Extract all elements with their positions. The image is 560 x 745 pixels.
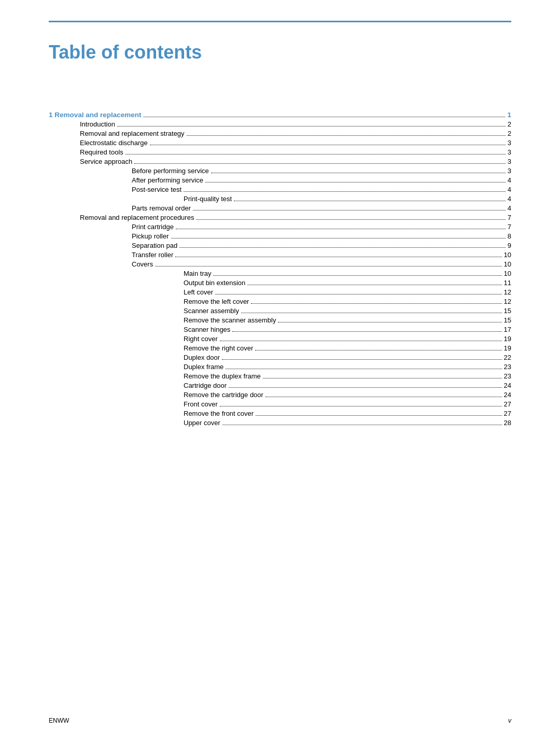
toc-page-number: 27	[504, 410, 511, 417]
toc-page-number: 3	[508, 148, 511, 156]
toc-entry[interactable]: Pickup roller8	[49, 231, 511, 241]
toc-entry[interactable]: Transfer roller10	[49, 250, 511, 259]
page-title: Table of contents	[49, 41, 511, 68]
toc-entry[interactable]: 1 Removal and replacement1	[49, 110, 511, 119]
toc-entry[interactable]: Upper cover28	[49, 418, 511, 427]
toc-dots	[265, 397, 502, 397]
toc-dots	[263, 378, 502, 378]
toc-page-number: 15	[504, 316, 511, 324]
toc-label: Introduction	[80, 120, 115, 128]
toc-label: Remove the cartridge door	[184, 391, 263, 399]
toc-label: 1 Removal and replacement	[49, 111, 142, 119]
toc-label: Remove the front cover	[184, 410, 254, 417]
toc-dots	[241, 313, 502, 313]
toc-dots	[144, 117, 506, 117]
toc-label: Transfer roller	[132, 251, 173, 259]
toc-dots	[117, 126, 506, 126]
toc-label: Scanner hinges	[184, 326, 230, 333]
toc-label: Upper cover	[184, 419, 220, 427]
toc-entry[interactable]: Service approach3	[49, 157, 511, 166]
toc-dots	[222, 425, 502, 425]
toc-page-number: 19	[504, 335, 511, 343]
toc-label: Print-quality test	[184, 195, 232, 203]
toc-entry[interactable]: Parts removal order4	[49, 203, 511, 213]
toc-dots	[193, 210, 506, 210]
toc-page-number: 9	[508, 242, 511, 249]
toc-dots	[229, 387, 501, 388]
toc-dots	[134, 163, 506, 164]
toc-entry[interactable]: Removal and replacement procedures7	[49, 213, 511, 222]
toc-page-number: 3	[508, 139, 511, 147]
toc-page-number: 28	[504, 419, 511, 427]
toc-label: Service approach	[80, 158, 132, 165]
page: Table of contents 1 Removal and replacem…	[0, 0, 560, 745]
toc-entry[interactable]: Remove the right cover19	[49, 343, 511, 353]
toc-entry[interactable]: Duplex door22	[49, 353, 511, 362]
toc-entry[interactable]: Remove the scanner assembly15	[49, 315, 511, 325]
toc-entry[interactable]: Post-service test4	[49, 185, 511, 194]
toc-label: Main tray	[184, 270, 211, 277]
toc-page-number: 17	[504, 326, 511, 333]
toc-entry[interactable]: Main tray10	[49, 269, 511, 278]
toc-entry[interactable]: After performing service4	[49, 175, 511, 185]
toc-entry[interactable]: Required tools3	[49, 147, 511, 157]
toc-dots	[222, 359, 501, 360]
toc-dots	[150, 145, 506, 145]
toc-entry[interactable]: Cartridge door24	[49, 381, 511, 390]
toc-entry[interactable]: Remove the duplex frame23	[49, 371, 511, 381]
toc-label: Parts removal order	[132, 204, 191, 212]
toc-entry[interactable]: Remove the front cover27	[49, 409, 511, 418]
toc-page-number: 2	[508, 120, 511, 128]
toc-dots	[179, 247, 506, 248]
toc-entry[interactable]: Separation pad9	[49, 241, 511, 250]
toc-entry[interactable]: Front cover27	[49, 399, 511, 409]
page-footer: ENWW v	[49, 717, 511, 724]
toc-page-number: 23	[504, 372, 511, 380]
toc-label: Separation pad	[132, 242, 177, 249]
toc-entry[interactable]: Removal and replacement strategy2	[49, 129, 511, 138]
toc-label: Post-service test	[132, 186, 181, 193]
toc-entry[interactable]: Remove the left cover12	[49, 297, 511, 306]
toc-page-number: 10	[504, 260, 511, 268]
toc-page-number: 27	[504, 400, 511, 408]
toc-page-number: 23	[504, 363, 511, 371]
toc-entry[interactable]: Right cover19	[49, 334, 511, 343]
toc-label: Duplex door	[184, 354, 220, 361]
toc-dots	[226, 369, 501, 369]
toc-dots	[255, 350, 501, 350]
toc-dots	[278, 322, 501, 322]
toc-entry[interactable]: Left cover12	[49, 287, 511, 297]
toc-dots	[155, 266, 501, 266]
toc-entry[interactable]: Before performing service3	[49, 166, 511, 175]
toc-entry[interactable]: Covers10	[49, 259, 511, 269]
toc-label: Right cover	[184, 335, 218, 343]
toc-page-number: 1	[507, 111, 511, 119]
toc-label: Front cover	[184, 400, 218, 408]
toc-dots	[220, 406, 502, 406]
toc-dots	[125, 154, 506, 154]
top-border-decoration	[49, 21, 511, 22]
toc-label: Remove the right cover	[184, 344, 253, 352]
footer-right: v	[508, 717, 511, 724]
toc-dots	[256, 415, 501, 416]
toc-dots	[187, 135, 506, 136]
toc-page-number: 19	[504, 344, 511, 352]
toc-entry[interactable]: Print cartridge7	[49, 222, 511, 231]
toc-page-number: 2	[508, 130, 511, 137]
toc-label: Output bin extension	[184, 279, 245, 287]
toc-label: Scanner assembly	[184, 307, 239, 315]
toc-page-number: 24	[504, 391, 511, 399]
toc-entry[interactable]: Electrostatic discharge3	[49, 138, 511, 147]
toc-entry[interactable]: Scanner hinges17	[49, 325, 511, 334]
footer-left: ENWW	[49, 717, 69, 724]
toc-entry[interactable]: Output bin extension11	[49, 278, 511, 287]
toc-label: Print cartridge	[132, 223, 174, 231]
toc-entry[interactable]: Scanner assembly15	[49, 306, 511, 315]
toc-entry[interactable]: Introduction2	[49, 119, 511, 129]
toc-page-number: 7	[508, 214, 511, 221]
toc-label: Covers	[132, 260, 153, 268]
toc-dots	[205, 182, 506, 182]
toc-entry[interactable]: Remove the cartridge door24	[49, 390, 511, 399]
toc-entry[interactable]: Print-quality test4	[49, 194, 511, 203]
toc-entry[interactable]: Duplex frame23	[49, 362, 511, 371]
